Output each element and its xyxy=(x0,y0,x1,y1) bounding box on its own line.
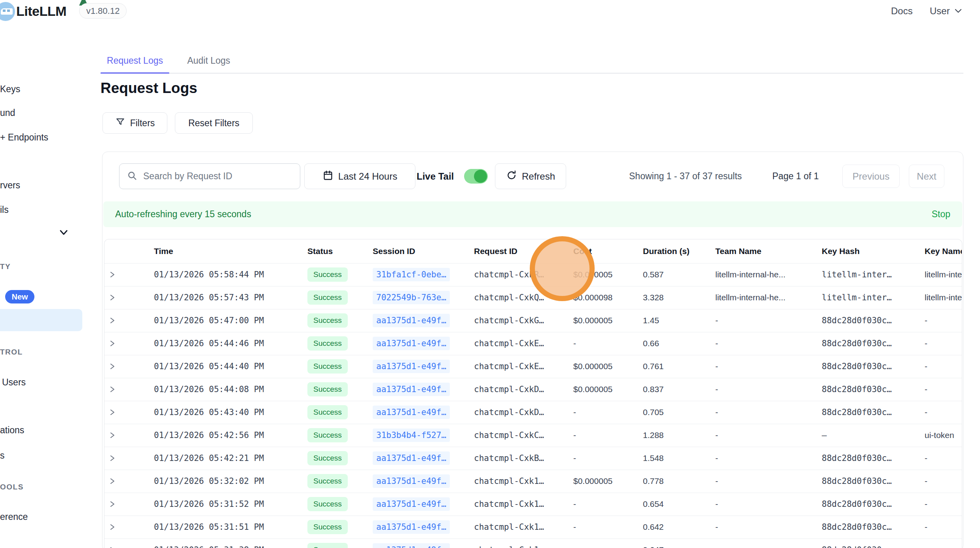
user-menu[interactable]: User xyxy=(930,0,950,22)
row-expand-cell[interactable] xyxy=(104,424,149,447)
stop-auto-refresh-button[interactable]: Stop xyxy=(932,209,950,220)
search-input[interactable] xyxy=(143,171,293,182)
session-id-cell: aa1375d1-e49f… xyxy=(368,332,469,355)
chevron-right-icon[interactable] xyxy=(109,294,149,301)
chevron-right-icon[interactable] xyxy=(109,454,149,462)
sidebar-item-organizations[interactable]: ations xyxy=(0,425,24,436)
row-expand-cell[interactable] xyxy=(104,539,149,548)
session-id-link[interactable]: aa1375d1-e49f… xyxy=(373,474,450,488)
col-session-id: Session ID xyxy=(368,239,469,263)
chevron-right-icon[interactable] xyxy=(109,477,149,485)
previous-page-button[interactable]: Previous xyxy=(842,165,900,188)
status-cell: Success xyxy=(303,401,368,424)
table-row[interactable]: 01/13/2026 05:44:08 PM Success aa1375d1-… xyxy=(104,378,962,401)
chevron-right-icon[interactable] xyxy=(109,271,149,279)
chevron-right-icon[interactable] xyxy=(109,317,149,324)
table-row[interactable]: 01/13/2026 05:43:40 PM Success aa1375d1-… xyxy=(104,401,962,424)
sidebar-item-servers[interactable]: rvers xyxy=(0,180,20,191)
table-row[interactable]: 01/13/2026 05:42:56 PM Success 31b3b4b4-… xyxy=(104,424,962,447)
session-id-link[interactable]: aa1375d1-e49f… xyxy=(373,360,450,373)
tab-request-logs[interactable]: Request Logs xyxy=(100,55,169,73)
refresh-button[interactable]: Refresh xyxy=(495,163,566,189)
session-id-link[interactable]: aa1375d1-e49f… xyxy=(373,406,450,419)
sidebar-item-playground[interactable]: und xyxy=(0,108,15,118)
key-hash-cell: 88dc28d0f030c… xyxy=(817,539,920,548)
row-expand-cell[interactable] xyxy=(104,493,149,516)
time-range-button[interactable]: Last 24 Hours xyxy=(304,163,415,189)
key-hash-cell: 88dc28d0f030c… xyxy=(817,516,920,539)
session-id-link[interactable]: 31bfa1cf-0ebe… xyxy=(373,268,450,281)
docs-link[interactable]: Docs xyxy=(891,0,913,22)
next-page-button[interactable]: Next xyxy=(909,165,944,188)
row-expand-cell[interactable] xyxy=(104,516,149,539)
chevron-right-icon[interactable] xyxy=(109,546,149,548)
table-row[interactable]: 01/13/2026 05:32:02 PM Success aa1375d1-… xyxy=(104,470,962,493)
session-id-link[interactable]: aa1375d1-e49f… xyxy=(373,543,450,548)
row-expand-cell[interactable] xyxy=(104,355,149,378)
chevron-right-icon[interactable] xyxy=(109,339,149,347)
session-id-link[interactable]: aa1375d1-e49f… xyxy=(373,497,450,511)
row-expand-cell[interactable] xyxy=(104,286,149,309)
key-name-cell: - xyxy=(920,378,962,401)
cost-cell: $0.000005 xyxy=(569,470,638,493)
table-row[interactable]: 01/13/2026 05:44:40 PM Success aa1375d1-… xyxy=(104,355,962,378)
key-hash-cell: 88dc28d0f030c… xyxy=(817,355,920,378)
reset-filters-button[interactable]: Reset Filters xyxy=(175,112,253,134)
results-count: Showing 1 - 37 of 37 results xyxy=(629,163,742,189)
table-row[interactable]: 01/13/2026 05:31:52 PM Success aa1375d1-… xyxy=(104,493,962,516)
row-expand-cell[interactable] xyxy=(104,309,149,332)
session-id-cell: aa1375d1-e49f… xyxy=(368,470,469,493)
sidebar-item-guardrails[interactable]: ils xyxy=(0,205,9,215)
sidebar-chevron-down-icon[interactable] xyxy=(58,228,70,239)
brand-title: LiteLLM xyxy=(16,0,66,22)
chevron-right-icon[interactable] xyxy=(109,523,149,531)
duration-cell: 3.328 xyxy=(638,286,711,309)
reset-filters-label: Reset Filters xyxy=(188,118,239,129)
session-id-link[interactable]: aa1375d1-e49f… xyxy=(373,451,450,465)
table-row[interactable]: 01/13/2026 05:57:43 PM Success 7022549b-… xyxy=(104,286,962,309)
sidebar-item-api-reference[interactable]: erence xyxy=(0,512,28,522)
row-expand-cell[interactable] xyxy=(104,263,149,286)
chevron-right-icon[interactable] xyxy=(109,431,149,439)
time-cell: 01/13/2026 05:58:44 PM xyxy=(149,263,303,286)
row-expand-cell[interactable] xyxy=(104,470,149,493)
sidebar-item-models-endpoints[interactable]: + Endpoints xyxy=(0,132,48,143)
table-row[interactable]: 01/13/2026 05:31:38 PM Success aa1375d1-… xyxy=(104,539,962,548)
session-id-link[interactable]: 31b3b4b4-f527… xyxy=(373,429,450,442)
session-id-cell: aa1375d1-e49f… xyxy=(368,539,469,548)
row-expand-cell[interactable] xyxy=(104,401,149,424)
chevron-right-icon[interactable] xyxy=(109,408,149,416)
session-id-link[interactable]: aa1375d1-e49f… xyxy=(373,314,450,327)
col-team-name: Team Name xyxy=(711,239,817,263)
table-row[interactable]: 01/13/2026 05:42:21 PM Success aa1375d1-… xyxy=(104,447,962,470)
session-id-link[interactable]: aa1375d1-e49f… xyxy=(373,383,450,396)
key-hash-cell: litellm-inter… xyxy=(817,286,920,309)
table-row[interactable]: 01/13/2026 05:31:51 PM Success aa1375d1-… xyxy=(104,516,962,539)
chevron-down-icon[interactable] xyxy=(953,7,963,17)
table-row[interactable]: 01/13/2026 05:44:46 PM Success aa1375d1-… xyxy=(104,332,962,355)
chevron-right-icon[interactable] xyxy=(109,385,149,393)
status-badge: Success xyxy=(307,359,348,374)
session-id-link[interactable]: 7022549b-763e… xyxy=(373,291,450,304)
row-expand-cell[interactable] xyxy=(104,332,149,355)
sidebar-item-internal-users[interactable]: Users xyxy=(2,377,26,388)
cost-cell: - xyxy=(569,516,638,539)
session-id-link[interactable]: aa1375d1-e49f… xyxy=(373,337,450,350)
chevron-right-icon[interactable] xyxy=(109,500,149,508)
tab-audit-logs[interactable]: Audit Logs xyxy=(180,55,237,73)
table-row[interactable]: 01/13/2026 05:47:00 PM Success aa1375d1-… xyxy=(104,309,962,332)
row-expand-cell[interactable] xyxy=(104,447,149,470)
key-name-cell: - xyxy=(920,309,962,332)
session-id-link[interactable]: aa1375d1-e49f… xyxy=(373,520,450,534)
filters-button[interactable]: Filters xyxy=(102,112,167,134)
tabs-divider xyxy=(100,73,963,74)
key-name-cell: litellm-inter... xyxy=(920,263,962,286)
row-expand-cell[interactable] xyxy=(104,378,149,401)
live-tail-label: Live Tail xyxy=(417,163,454,189)
sidebar-item-teams[interactable]: s xyxy=(0,450,5,461)
chevron-right-icon[interactable] xyxy=(109,362,149,370)
live-tail-toggle[interactable] xyxy=(464,169,488,184)
sidebar-item-keys[interactable]: Keys xyxy=(0,84,20,95)
sidebar-item-logs-selected[interactable] xyxy=(0,309,82,331)
session-id-cell: aa1375d1-e49f… xyxy=(368,516,469,539)
